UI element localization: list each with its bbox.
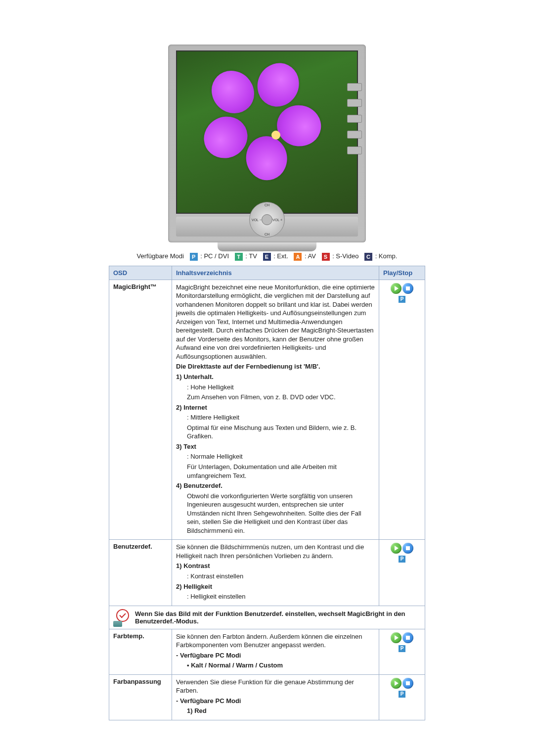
mb-opt2-l1: : Mittlere Helligkeit (176, 413, 375, 422)
mb-opt3-title: 3) Text (176, 442, 375, 451)
mb-opt3-l2: Für Unterlagen, Dokumentation und alle A… (176, 463, 375, 480)
monitor-pip-button (347, 146, 362, 154)
dial-right: VOL + (272, 218, 282, 222)
dial-down: CH (265, 233, 269, 236)
mode-text-c: : Komp. (375, 252, 398, 260)
dial-left: VOL − (252, 218, 262, 222)
play-cell-magicbright: P (379, 280, 425, 540)
mode-text-e: : Ext. (273, 252, 288, 260)
monitor-base (218, 242, 316, 251)
info-row: Wenn Sie das Bild mit der Funktion Benut… (109, 606, 425, 629)
mode-text-a: : AV (305, 252, 316, 260)
mb-opt1-title: 1) Unterhalt. (176, 373, 375, 381)
ft-sub1: - Verfügbare PC Modi (176, 651, 375, 660)
bd-opt2-l1: : Helligkeit einstellen (176, 592, 375, 601)
mb-opt2-l2: Optimal für eine Mischung aus Texten und… (176, 424, 375, 441)
play-stop-group: P (391, 678, 413, 698)
monitor-screen (176, 50, 358, 214)
monitor-source-button (347, 131, 362, 139)
play-stop-group: P (391, 283, 413, 303)
row-farbanpassung: Farbanpassung Verwenden Sie diese Funkti… (109, 674, 425, 720)
row-magicbright: MagicBright™ MagicBright bezeichnet eine… (109, 280, 425, 540)
available-modes-label: Verfügbare Modi (137, 252, 184, 260)
monitor-dial: CH CH VOL − VOL + (249, 202, 285, 237)
play-icon[interactable] (391, 632, 401, 643)
bd-intro: Sie können die Bildschirmmenüs nutzen, u… (176, 543, 375, 560)
play-icon[interactable] (391, 678, 401, 689)
fa-sub2: 1) Red (176, 707, 375, 715)
stop-icon[interactable] (402, 543, 413, 554)
ft-intro: Sie können den Farbton ändern. Außerdem … (176, 632, 375, 650)
monitor-enter-button (347, 115, 362, 123)
mode-badge-p-small: P (399, 556, 405, 563)
fa-sub1: - Verfügbare PC Modi (176, 697, 375, 706)
label-farbanpassung: Farbanpassung (109, 674, 172, 720)
desc-farbanpassung: Verwenden Sie diese Funktion für die gen… (172, 674, 379, 720)
monitor-bezel: CH CH VOL − VOL + (176, 217, 358, 236)
mode-badge-p: P (190, 253, 198, 261)
stop-icon[interactable] (402, 283, 413, 294)
info-check-icon (113, 609, 130, 626)
available-modes-line: Verfügbare Modi P : PC / DVI T : TV E : … (0, 252, 534, 261)
mode-badge-p-small: P (399, 296, 405, 303)
page: BBE DIGITAL CH CH VOL − VOL + Verfügbare… (0, 0, 534, 750)
bd-opt1-title: 1) Kontrast (176, 562, 375, 570)
mb-opt1-l2: Zum Ansehen von Filmen, von z. B. DVD od… (176, 393, 375, 402)
stop-icon[interactable] (402, 632, 413, 643)
mode-badge-e: E (263, 253, 271, 261)
mb-direct: Die Direkttaste auf der Fernbedienung is… (176, 362, 375, 371)
mode-badge-t: T (235, 253, 243, 261)
mb-opt1-l1: : Hohe Helligkeit (176, 383, 375, 392)
mb-opt2-title: 2) Internet (176, 403, 375, 412)
desc-farbtemp: Sie können den Farbton ändern. Außerdem … (172, 629, 379, 674)
play-cell-benutzerdef: P (379, 540, 425, 606)
label-magicbright: MagicBright™ (109, 280, 172, 540)
play-icon[interactable] (391, 283, 401, 294)
header-play: Play/Stop (379, 266, 425, 280)
play-cell-farbanpassung: P (379, 674, 425, 720)
mode-badge-p-small: P (399, 645, 405, 652)
mb-opt3-l1: : Normale Helligkeit (176, 452, 375, 461)
mb-intro: MagicBright bezeichnet eine neue Monitor… (176, 283, 375, 361)
label-farbtemp: Farbtemp. (109, 629, 172, 674)
mode-badge-s: S (322, 253, 330, 261)
mode-text-s: : S-Video (332, 252, 358, 260)
header-osd: OSD (109, 266, 172, 280)
desc-benutzerdef: Sie können die Bildschirmmenüs nutzen, u… (172, 540, 379, 606)
desc-magicbright: MagicBright bezeichnet eine neue Monitor… (172, 280, 379, 540)
mode-badge-c: C (364, 253, 372, 261)
osd-header-row: OSD Inhaltsverzeichnis Play/Stop (109, 266, 425, 280)
monitor-side-buttons (345, 79, 364, 158)
flower-image (226, 86, 325, 185)
play-cell-farbtemp: P (379, 629, 425, 674)
osd-table: OSD Inhaltsverzeichnis Play/Stop MagicBr… (109, 266, 425, 720)
bd-opt1-l1: : Kontrast einstellen (176, 572, 375, 581)
row-benutzerdef: Benutzerdef. Sie können die Bildschirmme… (109, 540, 425, 606)
mode-badge-a: A (294, 253, 302, 261)
play-stop-group: P (391, 632, 413, 652)
ft-sub2: • Kalt / Normal / Warm / Custom (176, 661, 375, 670)
fa-intro: Verwenden Sie diese Funktion für die gen… (176, 678, 375, 695)
play-stop-group: P (391, 543, 413, 563)
dial-up: CH (265, 203, 269, 207)
monitor-menu-button (347, 83, 362, 91)
play-icon[interactable] (391, 543, 401, 554)
row-farbtemp: Farbtemp. Sie können den Farbton ändern.… (109, 629, 425, 674)
mb-opt4-title: 4) Benutzerdef. (176, 481, 375, 490)
monitor-illustration: BBE DIGITAL CH CH VOL − VOL + (168, 45, 366, 242)
monitor-up-button (347, 99, 362, 107)
stop-icon[interactable] (402, 678, 413, 689)
info-text: Wenn Sie das Bild mit der Funktion Benut… (135, 609, 421, 625)
label-benutzerdef: Benutzerdef. (109, 540, 172, 606)
bd-opt2-title: 2) Helligkeit (176, 582, 375, 591)
header-contents: Inhaltsverzeichnis (172, 266, 379, 280)
mode-text-t: : TV (245, 252, 257, 260)
mode-badge-p-small: P (399, 691, 405, 698)
mode-text-p: : PC / DVI (200, 252, 229, 260)
mb-opt4-l1: Obwohl die vorkonfigurierten Werte sorgf… (176, 492, 375, 535)
